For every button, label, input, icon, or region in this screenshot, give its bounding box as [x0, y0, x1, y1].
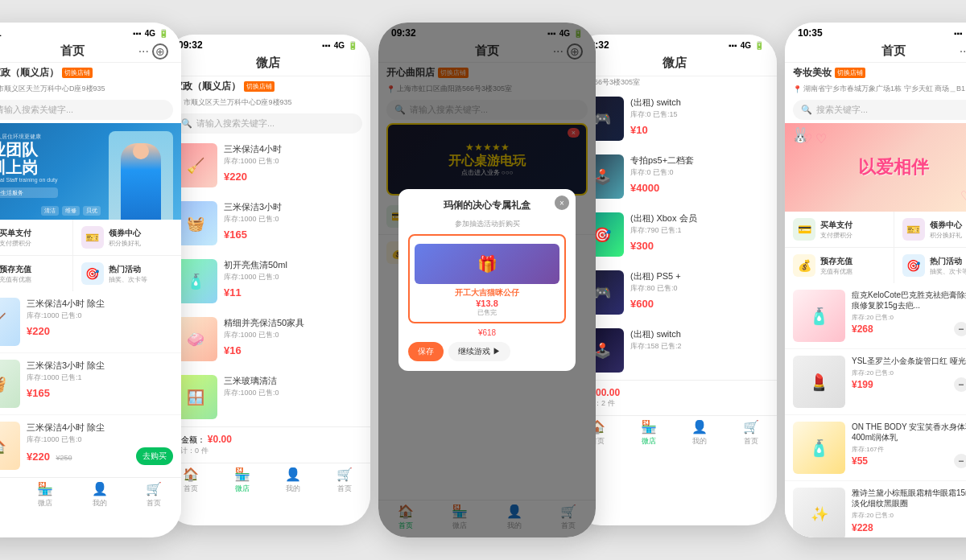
popup-footer-3: 保存 继续游戏 ▶ — [408, 342, 566, 361]
status-icons-5: ▪▪▪ 5G 🔋 — [954, 29, 966, 38]
status-bar-2: 09:32 ▪▪▪ 4G 🔋 — [165, 35, 370, 52]
bottom-nav-cart-2[interactable]: 🛒 首页 — [319, 467, 370, 494]
popup-gift-title-3: 开工大吉猫咪公仔 — [415, 287, 559, 299]
status-icons-1: ▪▪▪ 4G 🔋 — [133, 29, 168, 38]
bottom-nav-mine-2[interactable]: 👤 我的 — [268, 467, 320, 494]
mine-icon-1: 👤 — [92, 481, 108, 496]
nav-title-2: 微店 — [256, 56, 280, 71]
mine-icon-2: 👤 — [285, 467, 301, 482]
weidian-name-2-5: 三米玻璃清洁 — [224, 375, 362, 386]
person-head — [133, 143, 149, 159]
weidian-item-4-2: 🕹️ 专拍ps5+二档套 库存:0 已售:0 ¥4000 — [572, 148, 777, 205]
weidian-item-2-1: 🧹 三米保洁4小时 库存:1000 已售:0 ¥220 — [165, 137, 370, 194]
cosmetic-item-5-2: 💄 YSL圣罗兰小金条旋管口红 哑光1966 库存:20 已售:0 ¥199 −… — [785, 349, 966, 414]
weidian-stock-4-4: 库存:80 已售:0 — [630, 283, 769, 294]
cosmetic-info-5-2: YSL圣罗兰小金条旋管口红 哑光1966 库存:20 已售:0 ¥199 − 1… — [852, 356, 966, 408]
store-address-2: 📍 市顺义区天兰万科中心D座9楼935 — [165, 97, 370, 110]
search-placeholder-1: 请输入搜索关键字... — [0, 104, 73, 116]
network-type-1: 4G — [145, 29, 155, 38]
action-activity-1[interactable]: 🎯 热门活动 抽奖、次卡等 — [73, 256, 182, 291]
cart-icon-4: 🛒 — [743, 419, 759, 434]
bottom-nav-4: 🏠 首页 🏪 微店 👤 我的 🛒 首页 — [572, 415, 777, 453]
nav-title-4: 微店 — [663, 56, 687, 71]
bottom-nav-cart-1[interactable]: 🛒 首页 — [127, 481, 182, 509]
buy-btn-1-3[interactable]: 去购买 — [136, 447, 173, 465]
bottom-nav-weidian-2[interactable]: 🏪 微店 — [217, 467, 268, 494]
store-tag-1[interactable]: 切换店铺 — [62, 68, 93, 78]
bottom-nav-mine-1[interactable]: 👤 我的 — [72, 481, 127, 509]
bottom-nav-home-1[interactable]: 🏠 首页 — [0, 481, 19, 509]
action-pay-1[interactable]: 💳 买单支付 支付攒积分 — [0, 220, 72, 255]
weidian-stock-4-2: 库存:0 已售:0 — [630, 167, 769, 178]
tag-2: 维修 — [62, 206, 80, 216]
banner-tag-1[interactable]: 立即享受生活服务 — [0, 187, 58, 199]
recharge-icon-5: 💰 — [793, 254, 815, 277]
popup-subtitle-3: 参加抽选活动折购买 — [408, 219, 566, 229]
popup-save-btn-3[interactable]: 保存 — [408, 342, 444, 361]
nav-target-1[interactable] — [152, 43, 168, 60]
nav-bar-4: 微店 — [572, 52, 777, 76]
action-recharge-1[interactable]: 💰 预存充值 充值有优惠 — [0, 256, 72, 291]
cosmetic-stock-5-2: 库存:20 已售:0 — [852, 369, 966, 377]
bottom-nav-weidian-1[interactable]: 🏪 微店 — [19, 481, 73, 509]
store-tag-2[interactable]: 切换店铺 — [244, 81, 275, 92]
popup-go-btn-3[interactable]: 继续游戏 ▶ — [448, 342, 510, 361]
signal-icon-2: ▪▪▪ — [322, 41, 331, 50]
total-bar-4: ¥1100.00 共计：2 件 — [572, 380, 777, 415]
cosmetic-name-5-2: YSL圣罗兰小金条旋管口红 哑光1966 — [852, 356, 966, 366]
action-recharge-5[interactable]: 💰 预存充值 充值有优惠 — [785, 248, 894, 283]
stepper-5-3: − 1 + — [954, 454, 966, 468]
weidian-label-2: 微店 — [235, 484, 250, 494]
action-activity-5[interactable]: 🎯 热门活动 抽奖、次卡等 — [894, 248, 967, 283]
weidian-stock-2-5: 库存:1000 已售:0 — [224, 388, 362, 398]
cart-icon-1: 🛒 — [146, 481, 162, 496]
coupon-text-1: 领券中心 积分换好礼 — [109, 228, 141, 248]
action-coupon-5[interactable]: 🎫 领券中心 积分换好礼 — [894, 212, 967, 247]
cosmetic-item-5-1: 🧴 痘克KeloCote巴克胜克祛疤膏除疤肿疤痕修复胶15g去疤... 库存:2… — [785, 283, 966, 348]
weidian-label-1: 微店 — [38, 498, 52, 509]
weidian-info-4-1: (出租) switch 库存:0 已售:15 ¥10 — [630, 97, 769, 141]
pay-label-5: 买单支付 — [820, 220, 852, 231]
search-bar-2[interactable]: 🔍 请输入搜索关键字... — [173, 113, 362, 134]
popup-price-3: ¥13.8 — [415, 299, 559, 308]
popup-title-3: 玛俐的决心专属礼盒 — [408, 199, 566, 212]
cosmetic-img-5-4: ✨ — [793, 488, 845, 537]
search-bar-1[interactable]: 🔍 请输入搜索关键字... — [0, 100, 173, 120]
weidian-name-2-1: 三米保洁4小时 — [224, 143, 362, 154]
popup-main-price-3: ¥618 — [408, 328, 566, 337]
popup-overlay-3[interactable]: × 玛俐的决心专属礼盒 参加抽选活动折购买 🎁 开工大吉猫咪公仔 ¥13.8 已… — [378, 23, 596, 537]
bottom-nav-cart-4[interactable]: 🛒 首页 — [725, 419, 777, 447]
nav-bar-5: 首页 ··· — [785, 40, 966, 63]
nav-title-5: 首页 — [881, 43, 906, 59]
action-coupon-1[interactable]: 🎫 领券中心 积分换好礼 — [73, 220, 182, 255]
weidian-item-4-3: 🎯 (出租) Xbox 会员 库存:790 已售:1 ¥300 — [572, 206, 777, 263]
step-minus-5-2[interactable]: − — [954, 377, 966, 392]
cosmetic-img-5-2: 💄 — [793, 356, 845, 408]
recharge-sub-5: 充值有优惠 — [820, 267, 852, 276]
step-minus-5-3[interactable]: − — [954, 454, 966, 468]
network-type-2: 4G — [334, 41, 345, 50]
coupon-sub-1: 积分换好礼 — [109, 239, 141, 248]
product-info-1-2: 三米保洁3小时 除尘 库存:1000 已售:1 ¥165 — [27, 360, 173, 400]
phone4: 09:32 ▪▪▪ 4G 🔋 微店 📍 566号3楼305室 🎮 (出租) sw… — [572, 35, 777, 525]
address-text-2: 市顺义区天兰万科中心D座9楼935 — [184, 97, 292, 108]
search-bar-5[interactable]: 🔍 搜索关键字... — [793, 100, 966, 120]
banner-main-1: 专业团队培训上岗 — [0, 141, 58, 176]
action-pay-5[interactable]: 💳 买单支付 支付攒积分 — [785, 212, 894, 247]
cosmetic-price-5-2: ¥199 — [852, 379, 873, 390]
store-tag-5[interactable]: 切换店铺 — [835, 68, 865, 78]
bottom-nav-1: 🏠 首页 🏪 微店 👤 我的 🛒 首页 — [0, 477, 181, 515]
nav-dots-1[interactable]: ··· — [138, 44, 149, 59]
nav-dots-5[interactable]: ··· — [960, 44, 966, 59]
weidian-name-4-4: (出租) PS5 + — [630, 270, 769, 282]
tag-1: 清洁 — [41, 206, 59, 216]
weidian-info-2-5: 三米玻璃清洁 库存:1000 已售:0 — [224, 375, 362, 419]
home-label-2: 首页 — [184, 484, 198, 494]
bottom-nav-mine-4[interactable]: 👤 我的 — [675, 419, 726, 447]
activity-label-5: 热门活动 — [930, 256, 967, 267]
banner-figure-1 — [109, 131, 173, 220]
bottom-nav-weidian-4[interactable]: 🏪 微店 — [623, 419, 675, 447]
step-minus-5-1[interactable]: − — [954, 322, 966, 336]
popup-close-3[interactable]: × — [555, 196, 569, 210]
weidian-price-2-4: ¥16 — [224, 344, 242, 356]
